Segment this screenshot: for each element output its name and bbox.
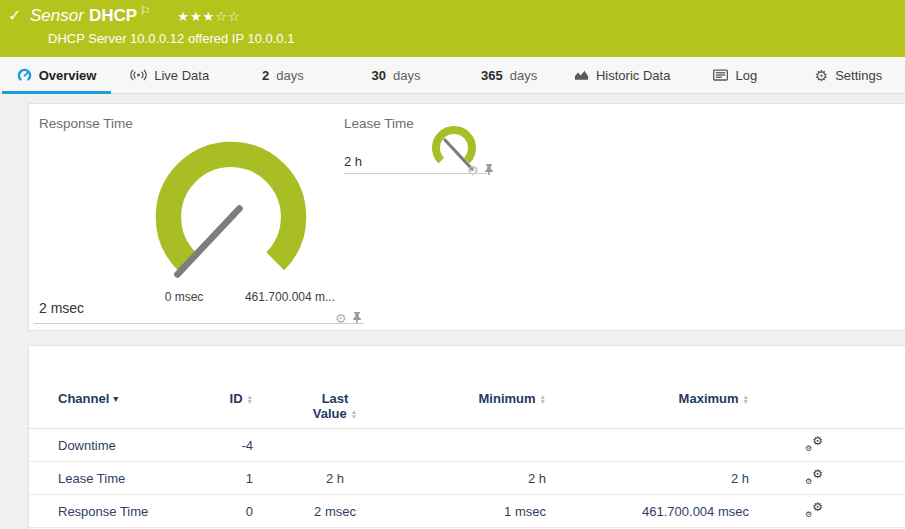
channel-id: 0 (225, 504, 253, 519)
channel-table-body: Downtime -4 ⚙ ⚙ Lease Time 1 2 h 2 h 2 h (29, 429, 905, 528)
column-label: ID (230, 391, 243, 406)
tab-overview[interactable]: Overview (0, 57, 113, 93)
tab-365-days[interactable]: 365 days (453, 57, 566, 93)
tab-settings[interactable]: ⚙ Settings (792, 57, 905, 93)
gauge-max-label: 461.700.004 m... (209, 290, 335, 304)
sort-caret-icon[interactable]: ▾ (113, 393, 118, 404)
table-row-lease-time: Lease Time 1 2 h 2 h 2 h ⚙ ⚙ (29, 462, 905, 495)
sensor-header: ✓ SensorDHCP⚐ ★★★☆☆ DHCP Server 10.0.0.1… (0, 0, 905, 57)
tab-2-days[interactable]: 2 days (226, 57, 339, 93)
channel-name-link[interactable]: Lease Time (29, 471, 225, 486)
tab-label: Live Data (154, 68, 209, 83)
stars-filled[interactable]: ★★★ (177, 9, 215, 24)
tab-historic-data[interactable]: Historic Data (566, 57, 679, 93)
channel-last-value: 2 h (253, 471, 417, 486)
column-label: Last (322, 391, 349, 406)
channel-minimum: 2 h (417, 471, 546, 486)
tab-number: 30 (371, 68, 385, 83)
channel-settings-gears-icon[interactable]: ⚙ ⚙ (805, 436, 823, 452)
sort-arrows-icon[interactable]: ▲▼ (351, 409, 357, 419)
tab-live-data[interactable]: Live Data (113, 57, 226, 93)
gauges-panel: Response Time 0 msec 461.700.004 m... 2 … (28, 103, 905, 331)
historic-chart-icon (574, 69, 589, 81)
response-time-gauge (151, 137, 311, 301)
column-header-id[interactable]: ID ▲▼ (225, 391, 253, 406)
gauge-settings-gear-icon[interactable]: ⚙ (467, 164, 479, 177)
tab-number: 365 (481, 68, 503, 83)
table-row-downtime: Downtime -4 ⚙ ⚙ (29, 429, 905, 462)
gauge-pin-icon[interactable] (352, 309, 362, 327)
tab-30-days[interactable]: 30 days (339, 57, 452, 93)
status-check-icon: ✓ (8, 6, 21, 25)
flag-icon[interactable]: ⚐ (140, 4, 151, 18)
log-icon (713, 69, 728, 81)
gauge-pin-icon[interactable] (484, 161, 494, 179)
tab-label: days (510, 68, 537, 83)
tab-label: Overview (39, 68, 97, 83)
sensor-name: DHCP (89, 6, 137, 25)
column-label: Channel (58, 391, 109, 406)
lease-time-gauge-title: Lease Time (344, 116, 414, 131)
channel-maximum: 2 h (546, 471, 749, 486)
channels-panel: Channel ▾ ID ▲▼ Last Value ▲▼ Minimum ▲▼… (28, 345, 905, 529)
sensor-type-label: Sensor (30, 6, 84, 25)
priority-stars[interactable]: ★★★☆☆ (177, 9, 240, 24)
column-label: Maximum (679, 391, 739, 406)
channel-name-link[interactable]: Response Time (29, 504, 225, 519)
tab-label: Settings (835, 68, 882, 83)
channel-minimum: 1 msec (417, 504, 546, 519)
sensor-status-message: DHCP Server 10.0.0.12 offered IP 10.0.0.… (48, 31, 294, 46)
column-label: Value (313, 406, 347, 421)
column-header-maximum[interactable]: Maximum ▲▼ (546, 391, 749, 406)
channel-settings-gears-icon[interactable]: ⚙ ⚙ (805, 502, 823, 518)
channel-settings-gears-icon[interactable]: ⚙ ⚙ (805, 469, 823, 485)
tab-log[interactable]: Log (679, 57, 792, 93)
response-time-gauge-title: Response Time (39, 116, 133, 131)
lease-time-current-value: 2 h (344, 154, 362, 169)
live-data-icon (130, 69, 147, 81)
gear-icon: ⚙ (815, 68, 828, 83)
sort-arrows-icon[interactable]: ▲▼ (743, 394, 749, 404)
tab-label: Historic Data (596, 68, 670, 83)
sensor-tab-bar: Overview Live Data 2 days 30 days 365 (0, 57, 905, 94)
tab-label: days (276, 68, 303, 83)
response-time-current-value: 2 msec (39, 300, 84, 316)
tab-number: 2 (262, 68, 269, 83)
channel-name-link[interactable]: Downtime (29, 438, 225, 453)
gauge-block-divider (34, 323, 364, 324)
column-header-minimum[interactable]: Minimum ▲▼ (417, 391, 546, 406)
column-label: Minimum (479, 391, 536, 406)
column-header-last-value[interactable]: Last Value ▲▼ (253, 391, 417, 421)
tab-label: days (393, 68, 420, 83)
channel-maximum: 461.700.004 msec (546, 504, 749, 519)
gauge-block-divider (344, 173, 487, 174)
column-header-channel[interactable]: Channel ▾ (29, 391, 225, 406)
prtg-sensor-page: ✓ SensorDHCP⚐ ★★★☆☆ DHCP Server 10.0.0.1… (0, 0, 905, 529)
stars-empty[interactable]: ☆☆ (215, 9, 240, 24)
channel-last-value: 2 msec (253, 504, 417, 519)
table-row-response-time: Response Time 0 2 msec 1 msec 461.700.00… (29, 495, 905, 528)
channel-table-header: Channel ▾ ID ▲▼ Last Value ▲▼ Minimum ▲▼… (29, 384, 905, 429)
channel-id: 1 (225, 471, 253, 486)
channel-id: -4 (225, 438, 253, 453)
gauge-icon (17, 68, 32, 83)
tab-label: Log (735, 68, 757, 83)
